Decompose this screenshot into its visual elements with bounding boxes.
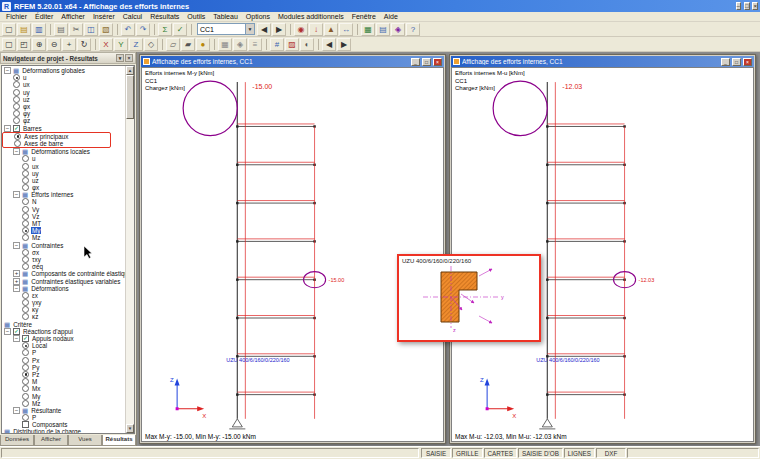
tree-item-mz[interactable]: Mz	[2, 400, 125, 407]
menu-afficher[interactable]: Afficher	[57, 12, 89, 22]
scroll-thumb[interactable]	[126, 75, 134, 119]
tab-r-sultats[interactable]: Résultats	[102, 435, 136, 446]
collapse-icon[interactable]: −	[13, 191, 20, 198]
status-toggle-saisie[interactable]: SAISIE	[421, 448, 451, 458]
tab-afficher[interactable]: Afficher	[34, 435, 68, 446]
tree-item-xy[interactable]: γxy	[2, 299, 125, 306]
tree-item-z[interactable]: φz	[2, 117, 125, 124]
radio-off-icon[interactable]	[22, 385, 29, 392]
redo-icon[interactable]: ↷	[136, 23, 150, 36]
collapse-icon[interactable]: −	[4, 67, 11, 74]
tree-item-uy[interactable]: uy	[2, 170, 125, 177]
status-toggle-dxf[interactable]: DXF	[596, 448, 626, 458]
tree-item-distribution-de-la-charge[interactable]: ▦Distribution de la charge	[2, 428, 125, 433]
tree-item-uz[interactable]: uz	[2, 96, 125, 103]
tree-item-local[interactable]: Local	[2, 342, 125, 349]
new-icon[interactable]: ▢	[2, 23, 16, 36]
display-colors-icon[interactable]: ▨	[285, 38, 299, 51]
menu-fen-tre[interactable]: Fenêtre	[348, 12, 380, 22]
radio-off-icon[interactable]	[22, 263, 29, 270]
radio-off-icon[interactable]	[22, 206, 29, 213]
radio-off-icon[interactable]	[22, 249, 29, 256]
tree-item-p[interactable]: P	[2, 349, 125, 356]
navigator-close-button[interactable]: ×	[125, 54, 133, 62]
tree-item-contraintes-lastiques-variables[interactable]: +▦Contraintes élastiques variables	[2, 277, 125, 284]
scroll-up-icon[interactable]: ▲	[126, 66, 134, 75]
menu-fichier[interactable]: Fichier	[2, 12, 31, 22]
radio-off-icon[interactable]	[22, 256, 29, 263]
tree-item-pz[interactable]: Pz	[2, 371, 125, 378]
previous-load-case-icon[interactable]: ◀	[257, 23, 271, 36]
radio-off-icon[interactable]	[13, 117, 20, 124]
checkbox-checked-icon[interactable]: ✓	[13, 328, 20, 335]
tree-item-composants[interactable]: Composants	[2, 421, 125, 428]
collapse-icon[interactable]: −	[13, 242, 20, 249]
radio-off-icon[interactable]	[22, 155, 29, 162]
tree-item-u[interactable]: u	[2, 74, 125, 81]
tree-item-x[interactable]: σx	[2, 249, 125, 256]
tree-item-axes-de-barre[interactable]: Axes de barre	[3, 140, 110, 147]
wireframe-model-icon[interactable]: ▱	[166, 38, 180, 51]
radio-off-icon[interactable]	[22, 299, 29, 306]
dimensions-icon[interactable]: ↔	[339, 23, 353, 36]
tree-item-xy[interactable]: τxy	[2, 256, 125, 263]
select-icon[interactable]: ▢	[2, 38, 16, 51]
guidelines-icon[interactable]: ≡	[248, 38, 262, 51]
menu-options[interactable]: Options	[242, 12, 274, 22]
tree-item-px[interactable]: Px	[2, 357, 125, 364]
status-toggle-grille[interactable]: GRILLE	[452, 448, 482, 458]
tab-vues[interactable]: Vues	[68, 435, 102, 446]
tree-item-r-sultante[interactable]: −▦Résultante	[2, 407, 125, 414]
open-icon[interactable]: ▤	[17, 23, 31, 36]
tree-item-d-formations[interactable]: −▦Déformations	[2, 285, 125, 292]
window-close-button[interactable]: ×	[433, 58, 442, 66]
tree-item-efforts-internes[interactable]: −▦Efforts internes	[2, 191, 125, 198]
previous-view-icon[interactable]: ◀	[322, 38, 336, 51]
radio-off-icon[interactable]	[22, 364, 29, 371]
radio-off-icon[interactable]	[22, 306, 29, 313]
menu-calcul[interactable]: Calcul	[119, 12, 146, 22]
radio-off-icon[interactable]	[22, 357, 29, 364]
window-close-button[interactable]: ×	[743, 58, 752, 66]
radio-off-icon[interactable]	[22, 184, 29, 191]
numbering-icon[interactable]: #	[270, 38, 284, 51]
collapse-icon[interactable]: −	[13, 335, 20, 342]
chevron-down-icon[interactable]: ▼	[245, 24, 254, 34]
close-button[interactable]: ×	[752, 2, 758, 10]
copy-icon[interactable]: ◫	[84, 23, 98, 36]
tree-item-ux[interactable]: ux	[2, 162, 125, 169]
next-view-icon[interactable]: ▶	[337, 38, 351, 51]
tree-item-barres[interactable]: −✓Barres	[2, 125, 125, 132]
collapse-icon[interactable]: −	[13, 148, 20, 155]
menu-aide[interactable]: Aide	[380, 12, 402, 22]
menu-diter[interactable]: Éditer	[31, 12, 57, 22]
tables-icon[interactable]: ▦	[361, 23, 375, 36]
radio-off-icon[interactable]	[13, 96, 20, 103]
radio-off-icon[interactable]	[14, 140, 21, 147]
expand-icon[interactable]: +	[13, 278, 20, 285]
tree-item-d-formations-locales[interactable]: −▦Déformations locales	[2, 148, 125, 155]
load-case-combobox[interactable]: CC1▼	[197, 23, 255, 35]
save-icon[interactable]: ▥	[32, 23, 46, 36]
radio-off-icon[interactable]	[22, 414, 29, 421]
window-restore-button[interactable]: □	[422, 58, 431, 66]
undo-icon[interactable]: ↶	[121, 23, 135, 36]
menu-modules-additionnels[interactable]: Modules additionnels	[274, 12, 348, 22]
checkbox-checked-icon[interactable]: ✓	[13, 125, 20, 132]
solid-model-icon[interactable]: ▰	[181, 38, 195, 51]
tree-item-appuis-nodaux[interactable]: −✓Appuis nodaux	[2, 335, 125, 342]
view-y-icon[interactable]: Y	[114, 38, 128, 51]
view-x-icon[interactable]: X	[99, 38, 113, 51]
print-icon[interactable]: ▤	[54, 23, 68, 36]
tree-item-py[interactable]: Py	[2, 364, 125, 371]
next-load-case-icon[interactable]: ▶	[272, 23, 286, 36]
radio-off-icon[interactable]	[22, 234, 29, 241]
loads-icon[interactable]: ↓	[309, 23, 323, 36]
tree-item-mt[interactable]: MT	[2, 220, 125, 227]
tree-item-vz[interactable]: Vz	[2, 213, 125, 220]
tree-item-y[interactable]: κy	[2, 306, 125, 313]
grid-icon[interactable]: ▦	[218, 38, 232, 51]
radio-off-icon[interactable]	[22, 400, 29, 407]
radio-off-icon[interactable]	[13, 81, 20, 88]
collapse-icon[interactable]: −	[13, 407, 20, 414]
